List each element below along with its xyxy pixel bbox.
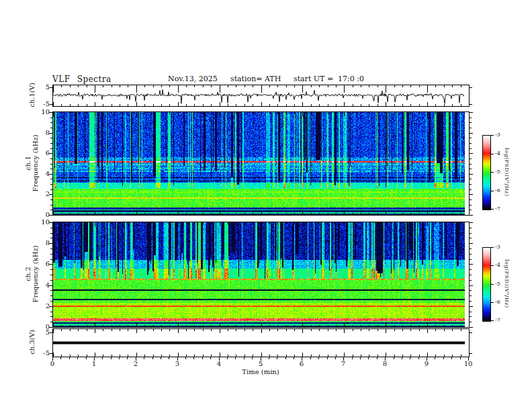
time-tick-mark — [77, 357, 78, 359]
freq-tick-mark — [50, 312, 52, 312]
colorbar-tick-label: -7 — [495, 318, 500, 323]
colorbar-ch2 — [482, 247, 491, 322]
time-tick-label: 3 — [169, 361, 185, 367]
freq-tick-mark — [50, 228, 52, 228]
freq-tick-mark — [470, 184, 472, 185]
volt-tick-mark — [50, 104, 52, 105]
freq-tick-mark — [470, 118, 472, 118]
figure-title: VLF Spectra — [52, 75, 112, 84]
time-tick-mark — [410, 357, 410, 359]
freq-tick-mark — [50, 280, 52, 281]
freq-tick-mark — [470, 285, 473, 286]
time-tick-mark — [360, 357, 361, 359]
freq-tick-mark — [470, 158, 472, 159]
freq-tick-mark — [470, 215, 473, 216]
colorbar-ch1-label: log(PSD)(V²/Hz) — [504, 135, 510, 209]
header-start-ut: start UT = 17:0 :0 — [294, 75, 364, 83]
ch1-spectrogram-ylabel: ch.1 Frequency (kHz) — [24, 126, 39, 200]
freq-tick-mark — [50, 189, 52, 190]
freq-tick-mark — [50, 184, 52, 185]
freq-tick-mark — [50, 254, 52, 255]
time-tick-label: 9 — [418, 361, 435, 367]
volt-tick-mark — [50, 87, 52, 88]
freq-tick-mark — [470, 280, 472, 281]
time-tick-mark — [435, 357, 435, 359]
freq-tick-mark — [470, 210, 472, 210]
ch2-spectrogram-ylabel: ch.2 Frequency (kHz) — [24, 237, 39, 311]
freq-tick-mark — [470, 128, 472, 128]
freq-tick-mark — [50, 179, 52, 179]
freq-tick-mark — [50, 322, 52, 322]
freq-tick-mark — [50, 148, 52, 149]
colorbar-tick-label: -6 — [495, 300, 500, 305]
freq-tick-label: 0 — [31, 212, 50, 218]
vlf-spectra-figure: VLF Spectra Nov.13, 2025 station= ATH st… — [0, 0, 532, 411]
ch1-spectrogram-image — [53, 112, 469, 215]
freq-tick-mark — [470, 179, 472, 179]
freq-tick-label: 4 — [31, 171, 50, 177]
freq-tick-label: 10 — [31, 109, 50, 116]
freq-tick-mark — [470, 322, 472, 322]
time-tick-mark — [152, 357, 153, 359]
freq-tick-label: 8 — [31, 130, 50, 136]
time-tick-mark — [352, 357, 353, 359]
time-tick-mark — [377, 357, 378, 359]
volt-tick-mark — [50, 353, 52, 354]
time-tick-mark — [294, 357, 294, 359]
time-tick-mark — [60, 357, 61, 359]
freq-tick-label: 4 — [31, 282, 50, 289]
colorbar-tick-mark — [491, 154, 494, 154]
volt-tick-mark — [470, 104, 472, 105]
volt-tick-label: 5 — [31, 84, 50, 91]
colorbar-tick-mark — [491, 265, 494, 266]
freq-tick-mark — [470, 295, 472, 296]
colorbar-tick-mark — [491, 302, 494, 303]
colorbar-tick-label: -4 — [495, 263, 500, 268]
freq-tick-mark — [470, 153, 473, 154]
time-tick-mark — [69, 357, 70, 359]
time-tick-mark — [227, 357, 228, 359]
freq-tick-mark — [470, 264, 473, 265]
time-tick-mark — [127, 357, 128, 359]
freq-tick-mark — [470, 148, 472, 149]
freq-tick-mark — [50, 316, 52, 317]
colorbar-tick-mark — [491, 209, 494, 210]
freq-tick-mark — [50, 164, 52, 165]
colorbar-tick-label: -4 — [495, 151, 500, 156]
time-tick-mark — [402, 357, 402, 359]
panel-ch1-spectrogram — [52, 111, 470, 216]
freq-tick-mark — [470, 269, 472, 270]
freq-tick-mark — [50, 128, 52, 128]
colorbar-tick-mark — [491, 135, 494, 136]
time-tick-label: 0 — [44, 361, 60, 367]
freq-tick-mark — [470, 254, 472, 255]
freq-tick-mark — [50, 259, 52, 260]
time-tick-label: 6 — [294, 361, 310, 367]
freq-tick-mark — [470, 248, 472, 249]
panel-ch1-waveform — [52, 85, 470, 107]
freq-tick-mark — [470, 312, 472, 312]
volt-tick-label: -5 — [31, 101, 50, 107]
time-tick-label: 10 — [460, 361, 476, 367]
freq-tick-mark — [50, 143, 52, 144]
freq-tick-mark — [470, 112, 473, 113]
time-tick-mark — [111, 357, 112, 359]
freq-tick-mark — [470, 174, 473, 175]
freq-tick-mark — [470, 138, 472, 138]
volt-tick-mark — [470, 332, 472, 333]
colorbar-tick-mark — [491, 247, 494, 248]
time-tick-mark — [277, 357, 277, 359]
freq-tick-mark — [50, 290, 52, 291]
freq-tick-label: 2 — [31, 303, 50, 310]
freq-tick-mark — [470, 306, 473, 307]
time-tick-mark — [368, 357, 369, 359]
freq-tick-mark — [50, 269, 52, 270]
panel-ch2-spectrogram — [52, 222, 470, 328]
time-tick-mark — [335, 357, 336, 359]
freq-tick-mark — [50, 205, 52, 205]
volt-tick-label: -5 — [31, 350, 50, 357]
time-tick-mark — [244, 357, 245, 359]
time-tick-mark — [185, 357, 186, 359]
volt-tick-mark — [470, 87, 472, 88]
freq-tick-mark — [470, 259, 472, 260]
